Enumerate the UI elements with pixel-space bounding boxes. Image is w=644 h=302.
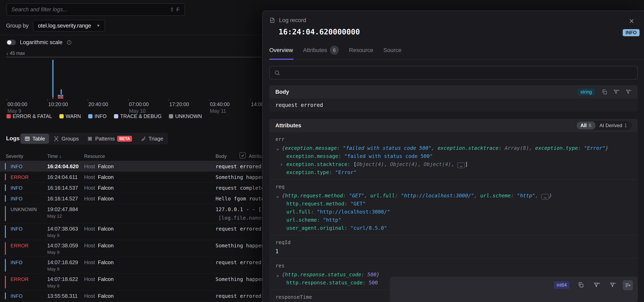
filter-include-icon[interactable] — [614, 89, 620, 95]
legend-swatch — [88, 114, 92, 118]
attribute-entry[interactable]: reqId1 — [269, 235, 638, 259]
chart-bar-error[interactable] — [61, 95, 62, 99]
col-body[interactable]: Body — [216, 153, 227, 159]
severity-color-bar — [5, 163, 6, 170]
attr-token: : — [344, 201, 350, 207]
filter-include-icon[interactable] — [592, 280, 602, 290]
resource-key: Host — [84, 195, 95, 202]
log-table-row[interactable]: ERROR14:07:38.059May 9HostFalconSomethin… — [0, 240, 262, 257]
attribute-entry[interactable]: req⌄{http.request.method: "GET", url.ful… — [269, 180, 638, 235]
legend-item[interactable]: TRACE & DEBUG — [114, 113, 162, 119]
col-attributes[interactable]: Attributes — [249, 153, 262, 159]
resource-value: Falcon — [98, 174, 114, 180]
chart-bar-error[interactable] — [62, 97, 63, 99]
resource-value: Falcon — [98, 226, 114, 232]
chevron-down-icon: ▼ — [96, 23, 100, 28]
axis-tick-label: 03:40:00 — [210, 101, 230, 107]
chart-bar-info[interactable] — [61, 89, 62, 94]
row-resource: HostFalcon — [84, 293, 114, 299]
log-table-row[interactable]: INFO13:55:58.311HostFalconrequest errore… — [0, 291, 262, 302]
attribute-entry[interactable]: err⌄{exception.message: "failed with sta… — [269, 132, 638, 180]
tab-source[interactable]: Source — [384, 46, 402, 60]
attr-token: : — [395, 193, 401, 199]
chart-bar-info[interactable] — [52, 60, 54, 97]
log-table-row[interactable]: UNKNOWN19:02:47.884May 12127.0.0.1 - - [… — [0, 204, 262, 223]
chart-bar-error[interactable] — [59, 97, 60, 99]
col-severity[interactable]: Severity — [6, 153, 23, 159]
filter-exclude-icon[interactable] — [626, 89, 632, 95]
log-table-row[interactable]: INFO16:16:14.527HostFalconHello fgom rou… — [0, 193, 262, 204]
tab-overview[interactable]: Overview — [269, 46, 293, 60]
axis-day-label: May 9 — [8, 108, 21, 114]
severity-color-bar — [5, 174, 6, 180]
row-severity: INFO — [10, 226, 22, 232]
chevron-down-icon[interactable]: ⌄ — [276, 192, 279, 200]
log-table-row[interactable]: ERROR14:07:18.622May 9HostFalconSomethin… — [0, 274, 262, 291]
resource-key: Host — [84, 276, 95, 282]
log-table-row[interactable]: INFO16:24:04.620HostFalconrequest errore… — [0, 161, 262, 172]
axis-tick — [7, 99, 7, 101]
col-resource[interactable]: Resource — [84, 153, 105, 159]
axis-tick — [168, 99, 169, 101]
chart-bar-info[interactable] — [58, 95, 59, 97]
tab-resource[interactable]: Resource — [349, 46, 373, 60]
tab-attributes[interactable]: Attributes 6 — [303, 46, 339, 60]
attr-token: : — [347, 161, 354, 167]
attr-token: [ — [354, 161, 356, 167]
tab-table[interactable]: Table — [21, 134, 49, 143]
tab-groups[interactable]: Groups — [50, 134, 82, 143]
attr-key: http.request.method — [286, 201, 344, 207]
legend-item[interactable]: WARN — [60, 113, 81, 119]
log-table-row[interactable]: INFO14:07:18.629May 9HostFalconrequest e… — [0, 257, 262, 274]
tab-patterns[interactable]: Patterns BETA — [84, 134, 136, 143]
attr-token: : — [317, 217, 323, 223]
log-search-bar[interactable]: ⇧ F — [6, 3, 185, 16]
col-time[interactable]: Time ↓ — [47, 153, 62, 159]
row-resource: HostFalcon — [84, 185, 114, 191]
attributes-filter-control: All 6 AI Derived 1 — [576, 121, 632, 130]
copy-icon[interactable] — [576, 280, 586, 290]
legend-item[interactable]: INFO — [88, 113, 107, 119]
chevron-down-icon[interactable]: ⌄ — [276, 144, 279, 152]
add-column-button[interactable] — [623, 280, 633, 290]
attribute-search[interactable] — [269, 66, 638, 80]
chart-bar-error[interactable] — [58, 97, 59, 99]
legend-label: INFO — [94, 113, 107, 119]
chart-bar-info[interactable] — [59, 95, 60, 97]
close-icon[interactable] — [628, 17, 636, 26]
severity-badge: INFO — [623, 29, 640, 36]
legend-swatch — [169, 114, 173, 118]
attributes-checkbox[interactable] — [240, 152, 246, 158]
filter-ai-derived-button[interactable]: AI Derived 1 — [596, 122, 631, 130]
log-histogram[interactable] — [0, 57, 262, 99]
group-by-dropdown[interactable]: otel.log.severity.range ▼ — [33, 20, 105, 32]
logarithmic-scale-toggle[interactable] — [6, 40, 16, 45]
ellipsis-icon[interactable]: … — [541, 194, 549, 200]
log-table-row[interactable]: ERROR16:24:04.611HostFalconSomething hap… — [0, 172, 262, 183]
chevron-down-icon[interactable]: ⌄ — [276, 271, 279, 279]
log-search-input[interactable] — [11, 6, 170, 13]
legend-item[interactable]: ERROR & FATAL — [6, 113, 52, 119]
attribute-search-input[interactable] — [284, 70, 633, 76]
legend-swatch — [60, 114, 64, 118]
copy-icon[interactable] — [602, 89, 607, 95]
tab-triage[interactable]: Triage — [137, 134, 167, 143]
resource-value: Falcon — [98, 163, 114, 169]
log-table-header: Severity Time ↓ Resource Body Attributes — [0, 152, 262, 161]
legend-item[interactable]: UNKNOWN — [169, 113, 202, 119]
filter-all-button[interactable]: All 6 — [576, 122, 596, 130]
log-table-row[interactable]: INFO16:16:14.537HostFalconrequest comple… — [0, 183, 262, 193]
chart-bar-info[interactable] — [62, 95, 63, 97]
filter-exclude-icon[interactable] — [608, 280, 618, 290]
chevron-right-icon[interactable]: › — [280, 160, 283, 168]
log-table-row[interactable]: INFO14:07:38.063May 9HostFalconrequest e… — [0, 223, 262, 240]
resource-value: Falcon — [98, 276, 114, 282]
severity-color-bar — [5, 206, 6, 221]
row-date: May 9 — [47, 283, 60, 289]
row-body: Something happen — [216, 243, 262, 249]
row-severity: ERROR — [10, 174, 28, 180]
ellipsis-icon[interactable]: … — [457, 162, 465, 168]
chart-bar-error[interactable] — [52, 98, 54, 99]
row-time: 16:24:04.611 — [47, 174, 78, 180]
group-by-label: Group by — [6, 23, 28, 29]
